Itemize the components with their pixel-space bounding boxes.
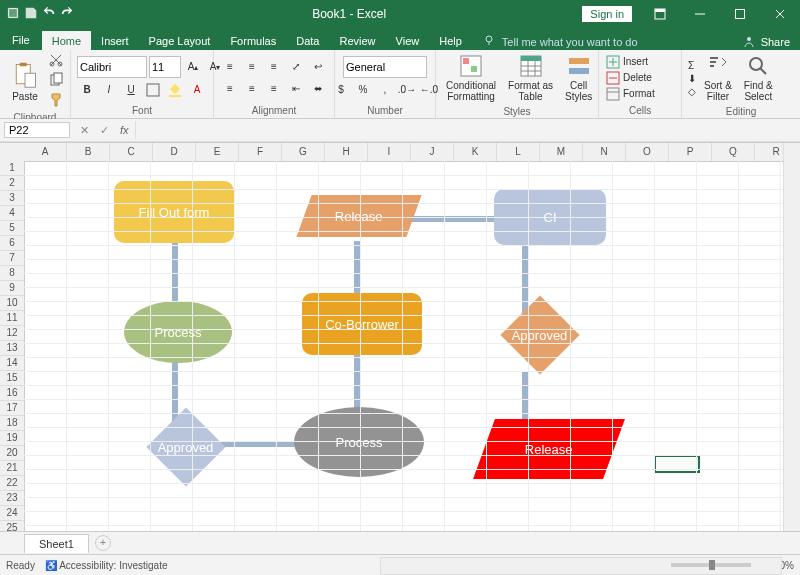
tab-home[interactable]: Home <box>42 31 91 50</box>
fx-icon[interactable]: fx <box>120 124 129 136</box>
enter-formula-icon[interactable]: ✓ <box>94 124 114 137</box>
row-header[interactable]: 16 <box>0 386 24 401</box>
fill-color-icon[interactable] <box>165 80 185 100</box>
decrease-indent-icon[interactable]: ⇤ <box>286 79 306 99</box>
new-sheet-button[interactable]: + <box>95 535 111 551</box>
percent-icon[interactable]: % <box>353 80 373 100</box>
shape-approved2[interactable]: Approved <box>146 407 225 486</box>
shape-release2[interactable]: Release <box>473 419 625 479</box>
tell-me[interactable]: Tell me what you want to do <box>482 34 638 50</box>
align-right-icon[interactable]: ≡ <box>264 79 284 99</box>
tab-help[interactable]: Help <box>429 31 472 50</box>
cell-styles-button[interactable]: Cell Styles <box>561 52 596 104</box>
find-select-button[interactable]: Find & Select <box>740 52 777 104</box>
align-left-icon[interactable]: ≡ <box>220 79 240 99</box>
format-cells-button[interactable]: Format <box>605 86 655 102</box>
column-header[interactable]: D <box>153 143 196 161</box>
tab-data[interactable]: Data <box>286 31 329 50</box>
worksheet[interactable]: ABCDEFGHIJKLMNOPQR 123456789101112131415… <box>0 142 800 531</box>
row-header[interactable]: 23 <box>0 491 24 506</box>
column-header[interactable]: H <box>325 143 368 161</box>
currency-icon[interactable]: $ <box>331 80 351 100</box>
row-header[interactable]: 6 <box>0 236 24 251</box>
column-header[interactable]: E <box>196 143 239 161</box>
cut-icon[interactable] <box>48 52 64 70</box>
delete-cells-button[interactable]: Delete <box>605 70 652 86</box>
row-header[interactable]: 13 <box>0 341 24 356</box>
shape-fillout[interactable]: Fill Out form <box>114 181 234 243</box>
column-header[interactable]: O <box>626 143 669 161</box>
number-format-select[interactable] <box>343 56 427 78</box>
row-header[interactable]: 4 <box>0 206 24 221</box>
row-header[interactable]: 25 <box>0 521 24 531</box>
row-header[interactable]: 12 <box>0 326 24 341</box>
font-size-input[interactable] <box>149 56 181 78</box>
column-header[interactable]: Q <box>712 143 755 161</box>
row-header[interactable]: 17 <box>0 401 24 416</box>
italic-icon[interactable]: I <box>99 80 119 100</box>
row-header[interactable]: 10 <box>0 296 24 311</box>
underline-icon[interactable]: U <box>121 80 141 100</box>
row-header[interactable]: 11 <box>0 311 24 326</box>
row-header[interactable]: 24 <box>0 506 24 521</box>
accessibility-status[interactable]: ♿ Accessibility: Investigate <box>45 560 168 571</box>
autosave-icon[interactable] <box>6 6 20 22</box>
copy-icon[interactable] <box>48 72 64 90</box>
align-center-icon[interactable]: ≡ <box>242 79 262 99</box>
close-icon[interactable] <box>760 0 800 28</box>
increase-decimal-icon[interactable]: .0→ <box>397 80 417 100</box>
comma-icon[interactable]: , <box>375 80 395 100</box>
row-header[interactable]: 18 <box>0 416 24 431</box>
sort-filter-button[interactable]: Sort & Filter <box>700 52 736 104</box>
insert-cells-button[interactable]: Insert <box>605 54 648 70</box>
tab-formulas[interactable]: Formulas <box>220 31 286 50</box>
row-header[interactable]: 9 <box>0 281 24 296</box>
column-header[interactable]: B <box>67 143 110 161</box>
vertical-scrollbar[interactable] <box>783 143 800 531</box>
save-icon[interactable] <box>24 6 38 22</box>
shape-approved1[interactable]: Approved <box>500 295 579 374</box>
column-header[interactable]: F <box>239 143 282 161</box>
tab-page-layout[interactable]: Page Layout <box>139 31 221 50</box>
font-color-icon[interactable]: A <box>187 80 207 100</box>
bold-icon[interactable]: B <box>77 80 97 100</box>
paste-button[interactable]: Paste <box>6 59 44 104</box>
orientation-icon[interactable]: ⤢ <box>286 57 306 77</box>
format-painter-icon[interactable] <box>48 92 64 110</box>
column-header[interactable]: M <box>540 143 583 161</box>
merge-icon[interactable]: ⬌ <box>308 79 328 99</box>
shape-process2[interactable]: Process <box>294 407 424 477</box>
formula-input[interactable] <box>135 121 800 139</box>
tab-view[interactable]: View <box>386 31 430 50</box>
undo-icon[interactable] <box>42 6 56 22</box>
autosum-icon[interactable]: Σ <box>688 60 696 71</box>
clear-icon[interactable]: ◇ <box>688 86 696 97</box>
sign-in-button[interactable]: Sign in <box>582 6 632 22</box>
name-box[interactable] <box>4 122 70 138</box>
column-header[interactable]: J <box>411 143 454 161</box>
ribbon-options-icon[interactable] <box>640 0 680 28</box>
sheet-tab[interactable]: Sheet1 <box>24 534 89 553</box>
column-header[interactable]: C <box>110 143 153 161</box>
row-header[interactable]: 1 <box>0 161 24 176</box>
cancel-formula-icon[interactable]: ✕ <box>74 124 94 137</box>
row-header[interactable]: 3 <box>0 191 24 206</box>
row-header[interactable]: 21 <box>0 461 24 476</box>
increase-font-icon[interactable]: A▴ <box>183 57 203 77</box>
shape-coborrower[interactable]: Co-Borrower <box>302 293 422 355</box>
shape-process1[interactable]: Process <box>124 301 232 363</box>
column-header[interactable]: K <box>454 143 497 161</box>
tab-review[interactable]: Review <box>329 31 385 50</box>
wrap-text-icon[interactable]: ↩ <box>308 57 328 77</box>
column-header[interactable]: A <box>24 143 67 161</box>
align-top-icon[interactable]: ≡ <box>220 57 240 77</box>
font-name-input[interactable] <box>77 56 147 78</box>
align-bottom-icon[interactable]: ≡ <box>264 57 284 77</box>
row-header[interactable]: 14 <box>0 356 24 371</box>
maximize-icon[interactable] <box>720 0 760 28</box>
border-icon[interactable] <box>143 80 163 100</box>
format-as-table-button[interactable]: Format as Table <box>504 52 557 104</box>
column-header[interactable]: L <box>497 143 540 161</box>
column-header[interactable]: G <box>282 143 325 161</box>
row-header[interactable]: 7 <box>0 251 24 266</box>
